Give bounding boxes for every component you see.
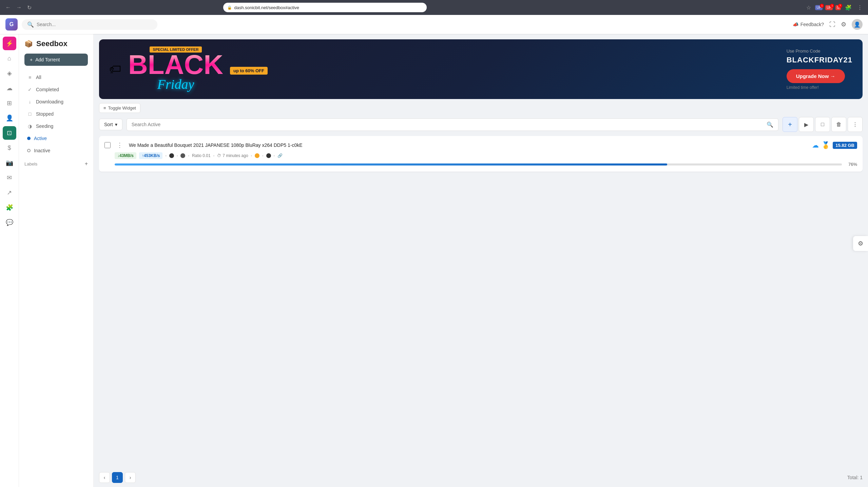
sidebar-icon-seedbox[interactable]: ⊡ bbox=[3, 126, 16, 140]
separator-4: • bbox=[213, 154, 215, 158]
upgrade-button[interactable]: Upgrade Now → bbox=[787, 69, 845, 83]
limited-time-text: Limited time offer! bbox=[787, 85, 852, 90]
address-bar[interactable]: 🔒 dash.sonicbit.net/seedbox#active bbox=[223, 3, 427, 12]
search-input[interactable] bbox=[37, 22, 152, 27]
page-title: 📦 Seedbox bbox=[19, 39, 93, 54]
profile-button[interactable]: ⋮ bbox=[856, 3, 864, 12]
total-count: Total: 1 bbox=[847, 475, 863, 480]
fullscreen-button[interactable]: ⛶ bbox=[829, 21, 835, 28]
refresh-button[interactable]: ↻ bbox=[26, 3, 33, 12]
extension-badge-2[interactable]: UP1 bbox=[825, 5, 833, 10]
sidebar-icon-cloud[interactable]: ☁ bbox=[3, 81, 16, 95]
sidebar-icon-user[interactable]: 👤 bbox=[3, 111, 16, 125]
separator-1: • bbox=[165, 154, 167, 158]
sidebar-icon-lightning[interactable]: ⚡ bbox=[3, 37, 16, 50]
sidebar-icon-chat[interactable]: 💬 bbox=[3, 216, 16, 229]
extension-badge-3[interactable]: G7 bbox=[835, 5, 841, 10]
upgrade-label: Upgrade Now → bbox=[796, 73, 835, 79]
torrent-toolbar: Sort ▾ 🔍 + ▶ □ 🗑 ⋮ bbox=[99, 117, 863, 132]
external-link-icon[interactable]: 🔗 bbox=[277, 153, 283, 158]
nav-item-seeding[interactable]: ◑ Seeding bbox=[22, 120, 91, 132]
nav-downloading-label: Downloading bbox=[36, 99, 63, 104]
nav-stopped-label: Stopped bbox=[36, 111, 54, 117]
torrent-size-badge: 15.82 GB bbox=[833, 142, 857, 149]
page-title-text: Seedbox bbox=[36, 39, 67, 48]
toggle-widget-button[interactable]: ≡ Toggle Widget bbox=[99, 103, 140, 113]
stop-button[interactable]: □ bbox=[815, 117, 830, 132]
sidebar-icon-mail[interactable]: ✉ bbox=[3, 171, 16, 184]
sidebar-icon-shapes[interactable]: ◈ bbox=[3, 66, 16, 80]
gold-icon: 🥇 bbox=[822, 141, 830, 149]
url-text: dash.sonicbit.net/seedbox#active bbox=[234, 5, 299, 10]
sort-button[interactable]: Sort ▾ bbox=[99, 119, 122, 130]
nav-item-all[interactable]: ≡ All bbox=[22, 72, 91, 83]
next-page-button[interactable]: › bbox=[125, 472, 136, 483]
sidebar-icon-puzzle[interactable]: 🧩 bbox=[3, 201, 16, 214]
more-options-button[interactable]: ⋮ bbox=[848, 117, 863, 132]
nav-all-label: All bbox=[36, 75, 41, 80]
torrent-list: ⋮ We Made a Beautiful Bouquet 2021 JAPAN… bbox=[99, 136, 863, 464]
add-label-button[interactable]: + bbox=[85, 161, 88, 167]
sort-label: Sort bbox=[104, 122, 113, 127]
nav-item-active[interactable]: Active bbox=[22, 133, 91, 144]
nav-sidebar: 📦 Seedbox + Add Torrent ≡ All ✓ Complete… bbox=[19, 34, 94, 487]
logo-letter: G bbox=[9, 21, 14, 27]
torrent-menu-button[interactable]: ⋮ bbox=[115, 141, 125, 150]
toggle-widget-bar: ≡ Toggle Widget bbox=[99, 103, 863, 113]
settings-button[interactable]: ⚙ bbox=[841, 21, 846, 28]
app: G 🔍 📣 Feedback? ⛶ ⚙ 👤 ⚡ ⌂ ◈ ☁ ⊞ 👤 ⊡ $ � bbox=[0, 15, 868, 487]
nav-item-inactive[interactable]: Inactive bbox=[22, 145, 91, 156]
active-dot-icon bbox=[27, 137, 31, 140]
nav-item-stopped[interactable]: □ Stopped bbox=[22, 108, 91, 120]
search-active-bar[interactable]: 🔍 bbox=[127, 118, 778, 131]
back-button[interactable]: ← bbox=[4, 3, 12, 12]
torrent-row-header: ⋮ We Made a Beautiful Bouquet 2021 JAPAN… bbox=[104, 141, 857, 150]
inactive-dot-icon bbox=[27, 149, 31, 152]
sidebar-icon-dollar[interactable]: $ bbox=[3, 141, 16, 155]
search-bar[interactable]: 🔍 bbox=[22, 19, 157, 30]
add-torrent-button[interactable]: + Add Torrent bbox=[24, 54, 88, 66]
separator-5: • bbox=[251, 154, 252, 158]
torrent-badges: ☁ 🥇 15.82 GB bbox=[812, 141, 857, 149]
stopped-icon: □ bbox=[27, 111, 33, 117]
main-layout: ⚡ ⌂ ◈ ☁ ⊞ 👤 ⊡ $ 📷 ✉ ↗ 🧩 💬 📦 Seedbox + Ad… bbox=[0, 34, 868, 487]
all-icon: ≡ bbox=[27, 75, 33, 80]
sidebar-icon-home[interactable]: ⌂ bbox=[3, 52, 16, 65]
prev-page-button[interactable]: ‹ bbox=[99, 472, 110, 483]
download-speed-badge: ↓43MB/s bbox=[115, 152, 136, 159]
use-promo-label: Use Promo Code bbox=[787, 48, 852, 54]
sidebar-icon-table[interactable]: ⊞ bbox=[3, 96, 16, 110]
torrent-name: We Made a Beautiful Bouquet 2021 JAPANES… bbox=[129, 142, 808, 148]
right-gear-button[interactable]: ⚙ bbox=[853, 236, 868, 251]
delete-button[interactable]: 🗑 bbox=[831, 117, 846, 132]
nav-item-completed[interactable]: ✓ Completed bbox=[22, 84, 91, 95]
promo-black-text: BLACK bbox=[128, 53, 223, 76]
sidebar-icon-export[interactable]: ↗ bbox=[3, 186, 16, 199]
play-button[interactable]: ▶ bbox=[799, 117, 814, 132]
star-button[interactable]: ☆ bbox=[805, 3, 812, 12]
page-title-icon: 📦 bbox=[24, 40, 33, 48]
nav-item-downloading[interactable]: ↓ Downloading bbox=[22, 96, 91, 108]
forward-button[interactable]: → bbox=[15, 3, 23, 12]
avatar[interactable]: 👤 bbox=[852, 19, 863, 30]
promo-right: Use Promo Code BLACKFRIDAY21 Upgrade Now… bbox=[787, 48, 852, 90]
downloading-icon: ↓ bbox=[27, 99, 33, 104]
extensions-button[interactable]: 🧩 bbox=[844, 3, 853, 12]
upload-speed-badge: ↑453KB/s bbox=[139, 152, 162, 159]
torrent-checkbox[interactable] bbox=[104, 142, 111, 148]
sidebar-icon-camera[interactable]: 📷 bbox=[3, 156, 16, 170]
page-1-button[interactable]: 1 bbox=[112, 472, 123, 483]
feedback-button[interactable]: 📣 Feedback? bbox=[793, 22, 824, 27]
promo-tag-icon: 🏷 bbox=[109, 62, 121, 76]
extension-badge-1[interactable]: UP1 bbox=[815, 5, 823, 10]
promo-discount-badge: up to 60% OFF bbox=[230, 67, 268, 75]
separator-3: • bbox=[188, 154, 189, 158]
browser-toolbar-right: ☆ UP1 UP1 G7 🧩 ⋮ bbox=[805, 3, 864, 12]
separator-2: • bbox=[177, 154, 178, 158]
add-torrent-action-button[interactable]: + bbox=[783, 117, 797, 132]
pagination: ‹ 1 › Total: 1 bbox=[94, 468, 868, 487]
progress-bar-container: 76% bbox=[104, 162, 857, 167]
page-buttons: ‹ 1 › bbox=[99, 472, 136, 483]
search-active-input[interactable] bbox=[132, 122, 764, 127]
status-circle-yellow bbox=[255, 153, 259, 158]
